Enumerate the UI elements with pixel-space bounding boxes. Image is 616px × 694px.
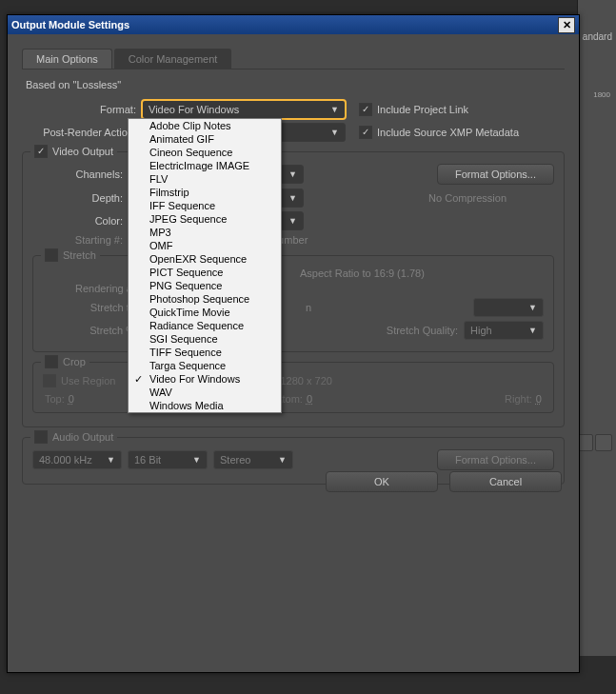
format-option[interactable]: TIFF Sequence — [129, 346, 281, 359]
include-project-link-label: Include Project Link — [377, 104, 468, 115]
audio-output-header: Audio Output — [52, 431, 113, 443]
include-xmp-label: Include Source XMP Metadata — [377, 127, 519, 138]
format-option[interactable]: Windows Media — [129, 399, 281, 412]
lock-aspect-label: Aspect Ratio to 16:9 (1.78) — [300, 268, 425, 279]
audio-sample-rate-value: 48.000 kHz — [39, 454, 92, 466]
include-xmp-checkbox[interactable] — [359, 126, 372, 139]
chevron-down-icon: ▼ — [330, 105, 339, 114]
format-option[interactable]: QuickTime Movie — [129, 306, 281, 319]
format-dropdown[interactable]: Video For Windows ▼ — [142, 100, 346, 119]
format-option[interactable]: OpenEXR Sequence — [129, 252, 281, 266]
format-option[interactable]: FLV — [129, 172, 281, 186]
post-render-label: Post-Render Action: — [22, 127, 142, 138]
stretch-header: Stretch — [63, 249, 96, 261]
stretch-quality-dropdown[interactable]: High ▼ — [464, 321, 544, 340]
chevron-down-icon: ▼ — [288, 169, 297, 179]
format-options-button[interactable]: Format Options... — [437, 164, 554, 185]
use-region-label: Use Region — [61, 375, 115, 387]
tab-color-management[interactable]: Color Management — [114, 49, 232, 69]
compression-label: No Compression — [428, 192, 507, 204]
audio-output-checkbox[interactable] — [34, 430, 48, 444]
audio-channels-value: Stereo — [220, 454, 250, 466]
crop-right-value[interactable]: 0 — [536, 393, 542, 405]
format-option[interactable]: PNG Sequence — [129, 279, 281, 292]
audio-sample-rate-dropdown[interactable]: 48.000 kHz▼ — [32, 450, 122, 469]
chevron-down-icon: ▼ — [288, 193, 297, 203]
format-option[interactable]: Cineon Sequence — [129, 146, 281, 159]
tabs: Main Options Color Management — [22, 49, 565, 69]
format-option[interactable]: Video For Windows — [129, 372, 281, 386]
chevron-down-icon: ▼ — [330, 128, 339, 137]
channels-label: Channels: — [32, 169, 129, 180]
dialog-title: Output Module Settings — [11, 19, 129, 30]
crop-top-label: Top: — [45, 393, 65, 405]
stretch-group: Stretch Aspect Ratio to 16:9 (1.78) Rend… — [32, 255, 554, 352]
crop-group: Crop Use Region l Size: 1280 x 720 Top: … — [32, 362, 554, 413]
crop-header: Crop — [63, 356, 86, 367]
audio-depth-value: 16 Bit — [134, 454, 161, 466]
tab-main-options[interactable]: Main Options — [22, 49, 112, 69]
crop-top-value[interactable]: 0 — [69, 393, 74, 405]
chevron-down-icon: ▼ — [278, 455, 287, 465]
format-option[interactable]: JPEG Sequence — [129, 212, 281, 226]
crop-checkbox[interactable] — [45, 355, 58, 368]
video-output-group: Video Output Channels: ▼ Format Options.… — [22, 151, 565, 427]
stretch-to-dropdown[interactable]: ▼ — [473, 298, 544, 317]
audio-channels-dropdown[interactable]: Stereo▼ — [213, 450, 293, 469]
audio-depth-dropdown[interactable]: 16 Bit▼ — [128, 450, 208, 469]
stretch-quality-value: High — [470, 325, 492, 336]
format-option[interactable]: SGI Sequence — [129, 332, 281, 346]
format-option[interactable]: ElectricImage IMAGE — [129, 159, 281, 172]
format-option[interactable]: Photoshop Sequence — [129, 292, 281, 306]
use-region-checkbox — [43, 374, 56, 387]
format-label: Format: — [22, 104, 142, 115]
format-option[interactable]: PICT Sequence — [129, 266, 281, 279]
video-output-header: Video Output — [52, 146, 113, 157]
stretch-quality-label: Stretch Quality: — [387, 325, 458, 336]
close-button[interactable]: ✕ — [558, 17, 575, 33]
format-option[interactable]: Filmstrip — [129, 186, 281, 199]
video-output-checkbox[interactable] — [34, 145, 48, 158]
stretch-checkbox[interactable] — [45, 248, 58, 262]
format-option[interactable]: IFF Sequence — [129, 199, 281, 212]
cancel-button[interactable]: Cancel — [449, 471, 562, 492]
based-on-label: Based on "Lossless" — [26, 79, 565, 90]
chevron-down-icon: ▼ — [192, 455, 201, 465]
crop-right-label: Right: — [505, 393, 532, 405]
format-dropdown-popup[interactable]: Adobe Clip NotesAnimated GIFCineon Seque… — [128, 118, 282, 413]
chevron-down-icon: ▼ — [288, 216, 297, 226]
stretch-to-suffix: n — [306, 302, 311, 313]
backdrop-mode-label: andard — [583, 31, 612, 42]
chevron-down-icon: ▼ — [528, 303, 537, 312]
titlebar: Output Module Settings ✕ — [8, 15, 579, 34]
ok-button[interactable]: OK — [326, 471, 438, 492]
format-option[interactable]: WAV — [129, 386, 281, 399]
chevron-down-icon: ▼ — [528, 326, 537, 335]
output-module-settings-dialog: Output Module Settings ✕ Main Options Co… — [7, 14, 580, 673]
starting-number-label: Starting #: — [32, 234, 129, 246]
format-dropdown-value: Video For Windows — [149, 104, 239, 115]
format-option[interactable]: Adobe Clip Notes — [129, 119, 281, 132]
format-option[interactable]: Animated GIF — [129, 132, 281, 146]
audio-format-options-button: Format Options... — [437, 449, 554, 470]
format-option[interactable]: Radiance Sequence — [129, 319, 281, 332]
panel-icon-button[interactable] — [595, 434, 612, 451]
include-project-link-checkbox[interactable] — [359, 103, 372, 116]
chevron-down-icon: ▼ — [107, 455, 115, 465]
depth-label: Depth: — [32, 192, 129, 204]
ruler-tick-label: 1800 — [593, 90, 610, 99]
crop-bottom-value[interactable]: 0 — [307, 393, 312, 405]
format-option[interactable]: MP3 — [129, 226, 281, 239]
format-option[interactable]: Targa Sequence — [129, 359, 281, 372]
format-option[interactable]: OMF — [129, 239, 281, 252]
color-label: Color: — [32, 215, 129, 227]
